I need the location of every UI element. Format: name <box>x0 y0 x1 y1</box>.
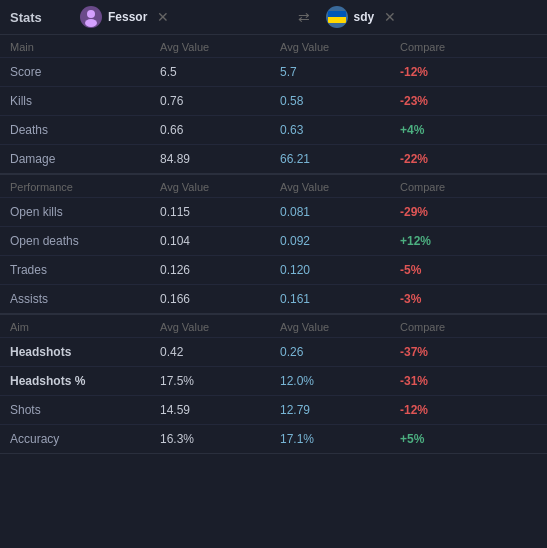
aim-col1-header: Avg Value <box>160 321 280 333</box>
player1-name: Fessor <box>108 10 147 24</box>
table-row: Damage 84.89 66.21 -22% <box>0 144 547 173</box>
val-right: 12.0% <box>280 374 400 388</box>
compare-value: -12% <box>400 65 500 79</box>
val-right: 0.092 <box>280 234 400 248</box>
row-label: Kills <box>10 94 160 108</box>
val-left: 17.5% <box>160 374 280 388</box>
player1-close-button[interactable]: ✕ <box>153 9 173 25</box>
table-row: Open kills 0.115 0.081 -29% <box>0 197 547 226</box>
compare-value: -3% <box>400 292 500 306</box>
compare-value: -23% <box>400 94 500 108</box>
val-right: 0.26 <box>280 345 400 359</box>
table-row: Headshots % 17.5% 12.0% -31% <box>0 366 547 395</box>
row-label: Trades <box>10 263 160 277</box>
compare-value: -31% <box>400 374 500 388</box>
val-right: 0.081 <box>280 205 400 219</box>
val-left: 0.42 <box>160 345 280 359</box>
compare-value: +5% <box>400 432 500 446</box>
svg-point-1 <box>85 19 97 27</box>
table-row: Shots 14.59 12.79 -12% <box>0 395 547 424</box>
compare-value: -12% <box>400 403 500 417</box>
table-row: Score 6.5 5.7 -12% <box>0 57 547 86</box>
row-label: Shots <box>10 403 160 417</box>
row-label: Damage <box>10 152 160 166</box>
val-right: 17.1% <box>280 432 400 446</box>
table-row: Trades 0.126 0.120 -5% <box>0 255 547 284</box>
val-right: 12.79 <box>280 403 400 417</box>
player1-avatar <box>80 6 102 28</box>
aim-col2-header: Avg Value <box>280 321 400 333</box>
val-left: 16.3% <box>160 432 280 446</box>
perf-col-headers: Performance Avg Value Avg Value Compare <box>0 174 547 197</box>
val-right: 0.58 <box>280 94 400 108</box>
val-left: 84.89 <box>160 152 280 166</box>
row-label: Accuracy <box>10 432 160 446</box>
aim-col-headers: Aim Avg Value Avg Value Compare <box>0 314 547 337</box>
main-col1-header: Avg Value <box>160 41 280 53</box>
table-row: Kills 0.76 0.58 -23% <box>0 86 547 115</box>
val-left: 0.115 <box>160 205 280 219</box>
main-col-headers: Main Avg Value Avg Value Compare <box>0 35 547 57</box>
table-row: Headshots 0.42 0.26 -37% <box>0 337 547 366</box>
val-left: 0.104 <box>160 234 280 248</box>
player2-avatar <box>326 6 348 28</box>
row-label: Assists <box>10 292 160 306</box>
main-col2-header: Avg Value <box>280 41 400 53</box>
swap-button[interactable]: ⇄ <box>292 9 316 25</box>
row-label: Score <box>10 65 160 79</box>
aim-section-label: Aim <box>10 321 160 333</box>
table-row: Assists 0.166 0.161 -3% <box>0 284 547 313</box>
table-row: Open deaths 0.104 0.092 +12% <box>0 226 547 255</box>
player2-close-button[interactable]: ✕ <box>380 9 400 25</box>
table-row: Deaths 0.66 0.63 +4% <box>0 115 547 144</box>
val-right: 0.120 <box>280 263 400 277</box>
val-left: 0.126 <box>160 263 280 277</box>
player1-slot: Fessor ✕ <box>80 6 292 28</box>
main-section-label: Main <box>10 41 160 53</box>
row-label: Deaths <box>10 123 160 137</box>
perf-col3-header: Compare <box>400 181 500 193</box>
player2-slot: sdy ✕ <box>326 6 538 28</box>
aim-section: Aim Avg Value Avg Value Compare Headshot… <box>0 314 547 454</box>
val-right: 5.7 <box>280 65 400 79</box>
compare-value: -5% <box>400 263 500 277</box>
val-left: 6.5 <box>160 65 280 79</box>
perf-section-label: Performance <box>10 181 160 193</box>
svg-point-0 <box>87 10 95 18</box>
main-section: Main Avg Value Avg Value Compare Score 6… <box>0 35 547 174</box>
table-row: Accuracy 16.3% 17.1% +5% <box>0 424 547 453</box>
compare-value: +4% <box>400 123 500 137</box>
stats-header: Stats Fessor ✕ ⇄ sdy ✕ <box>0 0 547 35</box>
val-left: 0.76 <box>160 94 280 108</box>
compare-value: -22% <box>400 152 500 166</box>
perf-col1-header: Avg Value <box>160 181 280 193</box>
val-left: 0.166 <box>160 292 280 306</box>
compare-value: -29% <box>400 205 500 219</box>
val-left: 0.66 <box>160 123 280 137</box>
player2-name: sdy <box>354 10 375 24</box>
main-col3-header: Compare <box>400 41 500 53</box>
row-label: Open kills <box>10 205 160 219</box>
perf-col2-header: Avg Value <box>280 181 400 193</box>
compare-value: -37% <box>400 345 500 359</box>
performance-section: Performance Avg Value Avg Value Compare … <box>0 174 547 314</box>
row-label: Headshots % <box>10 374 160 388</box>
val-left: 14.59 <box>160 403 280 417</box>
page-title: Stats <box>10 10 70 25</box>
row-label: Open deaths <box>10 234 160 248</box>
val-right: 0.161 <box>280 292 400 306</box>
aim-col3-header: Compare <box>400 321 500 333</box>
val-right: 0.63 <box>280 123 400 137</box>
compare-value: +12% <box>400 234 500 248</box>
val-right: 66.21 <box>280 152 400 166</box>
row-label: Headshots <box>10 345 160 359</box>
flag-icon <box>328 11 346 23</box>
